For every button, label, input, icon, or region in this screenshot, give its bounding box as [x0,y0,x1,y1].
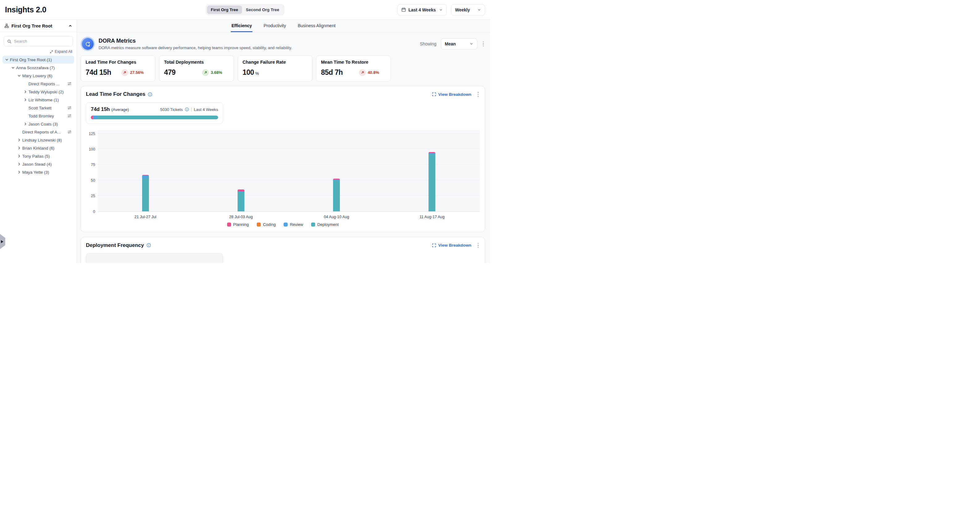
tree-item-mary-lowery-6[interactable]: Mary Lowery (6) [2,72,74,80]
chevron-right-icon[interactable] [16,138,22,142]
bar-04-aug-10-aug[interactable] [333,179,340,211]
legend-item-planning[interactable]: Planning [227,222,249,227]
deployment-summary-card [86,253,223,263]
tree-item-label: Mary Lowery (6) [22,73,52,78]
y-tick-label: 125 [89,132,95,136]
bar-21-jul-27-jul[interactable] [142,175,149,211]
sidebar-search[interactable] [4,36,73,46]
tree-item-direct-reports-of-a[interactable]: Direct Reports of A... [2,128,74,136]
org-toggle-first-org-tree[interactable]: First Org Tree [207,6,242,14]
legend-item-review[interactable]: Review [284,222,303,227]
granularity-select[interactable]: Weekly [451,4,485,16]
tree-item-liz-whittome-1[interactable]: Liz Whittome (1) [2,96,74,104]
bar-28-jul-03-aug[interactable] [238,190,244,211]
showing-value: Mean [445,41,456,46]
search-icon [7,39,11,43]
y-tick-label: 0 [93,210,95,214]
view-breakdown-link[interactable]: View Breakdown [432,92,471,97]
info-icon[interactable] [148,92,152,97]
chevron-right-icon[interactable] [22,122,29,126]
tree-item-label: Tony Pallas (5) [22,154,50,159]
lead-time-panel: Lead Time For Changes View Breakdown [81,86,485,232]
filter-icon[interactable] [65,81,72,86]
trend-badge: 40.8% [359,69,379,76]
bar-segment-deployment [238,192,244,211]
metric-card-total-deployments: Total Deployments4793.68% [159,55,234,81]
tree-item-anna-scozzafava-7[interactable]: Anna Scozzafava (7) [2,64,74,72]
tree-item-teddy-wylupski-2[interactable]: Teddy Wylupski (2) [2,88,74,96]
tab-business-alignment[interactable]: Business Alignment [297,20,336,32]
chevron-down-icon[interactable] [16,74,22,78]
tree-item-jason-coats-3[interactable]: Jason Coats (3) [2,120,74,128]
legend-swatch [284,223,288,226]
bar-segment-deployment [333,180,340,211]
date-range-value: Last 4 Weeks [409,7,436,12]
dora-subtitle: DORA metrics measure software delivery p… [99,45,292,50]
tree-item-label: Liz Whittome (1) [29,98,59,102]
chevron-right-icon[interactable] [16,170,22,174]
tree-item-jason-stead-4[interactable]: Jason Stead (4) [2,160,74,168]
granularity-value: Weekly [455,7,470,12]
metric-value: 74d 15h [86,68,111,77]
tree-item-scott-tarkett[interactable]: Scott Tarkett [2,104,74,112]
chart-legend: PlanningCodingReviewDeployment [86,222,480,228]
chevron-down-icon[interactable] [10,66,16,70]
date-range-select[interactable]: Last 4 Weeks [397,4,447,16]
info-icon[interactable] [146,243,151,247]
tab-productivity[interactable]: Productivity [263,20,286,32]
tree-item-brian-kirkland-6[interactable]: Brian Kirkland (6) [2,144,74,152]
metric-value: 100 [243,68,254,77]
tree-item-label: Direct Reports ... [29,81,60,86]
metric-card-mean-time-to-restore: Mean Time To Restore85d 7h40.8% [316,55,391,81]
dora-title: DORA Metrics [99,38,292,44]
tree-item-first-org-tree-root-1[interactable]: First Org Tree Root (1) [2,56,74,64]
metric-cards: Lead Time For Changes74d 15h27.56%Total … [81,55,485,81]
dora-metrics-icon [81,37,95,51]
x-tick-label: 11 Aug-17 Aug [420,215,445,219]
lead-time-menu-button[interactable] [476,91,480,98]
tab-efficiency[interactable]: Efficiency [231,20,252,32]
org-toggle-second-org-tree[interactable]: Second Org Tree [242,6,283,14]
tree-item-tony-pallas-5[interactable]: Tony Pallas (5) [2,152,74,160]
tree-item-label: Scott Tarkett [29,106,52,110]
y-tick-label: 75 [91,163,95,167]
expand-all-button[interactable]: Expand All [50,49,72,54]
deployment-menu-button[interactable] [476,242,480,249]
chevron-right-icon[interactable] [16,146,22,150]
info-icon[interactable] [185,107,189,112]
legend-swatch [311,223,315,226]
trend-percent: 3.68% [211,70,222,75]
lead-time-chart: 0255075100125 [86,130,480,212]
chevron-right-icon[interactable] [22,90,29,94]
gridline [98,195,480,196]
chevron-right-icon[interactable] [22,98,29,102]
tree-item-todd-bromley[interactable]: Todd Bromley [2,112,74,120]
tree-item-maya-yette-3[interactable]: Maya Yette (3) [2,168,74,176]
filter-icon[interactable] [65,114,72,118]
average-label: (Average) [111,107,129,112]
legend-item-deployment[interactable]: Deployment [311,222,339,227]
trend-up-arrow-icon [359,69,366,76]
filter-icon[interactable] [65,106,72,110]
legend-item-coding[interactable]: Coding [257,222,275,227]
sidebar: First Org Tree Root Expand All First Org… [0,20,77,263]
y-tick-label: 50 [91,179,95,183]
tree-item-lindsay-liszewski-8[interactable]: Lindsay Liszewski (8) [2,136,74,144]
trend-up-arrow-icon [121,69,128,76]
collapse-sidebar-button[interactable] [68,24,72,28]
main-area: EfficiencyProductivityBusiness Alignment [77,20,490,263]
view-breakdown-link[interactable]: View Breakdown [432,243,471,247]
tree-item-label: Teddy Wylupski (2) [29,89,64,94]
showing-select[interactable]: Mean [441,38,477,49]
chevron-down-icon[interactable] [4,58,10,62]
app-title: Insights 2.0 [5,5,46,14]
search-input[interactable] [14,39,70,43]
tree-item-label: Lindsay Liszewski (8) [22,138,62,142]
chevron-right-icon[interactable] [16,154,22,158]
chevron-right-icon[interactable] [16,162,22,166]
tree-item-direct-reports[interactable]: Direct Reports ... [2,80,74,88]
bar-11-aug-17-aug[interactable] [428,152,435,211]
dora-menu-button[interactable] [482,40,485,48]
filter-icon[interactable] [65,130,72,134]
view-breakdown-label: View Breakdown [438,243,471,247]
